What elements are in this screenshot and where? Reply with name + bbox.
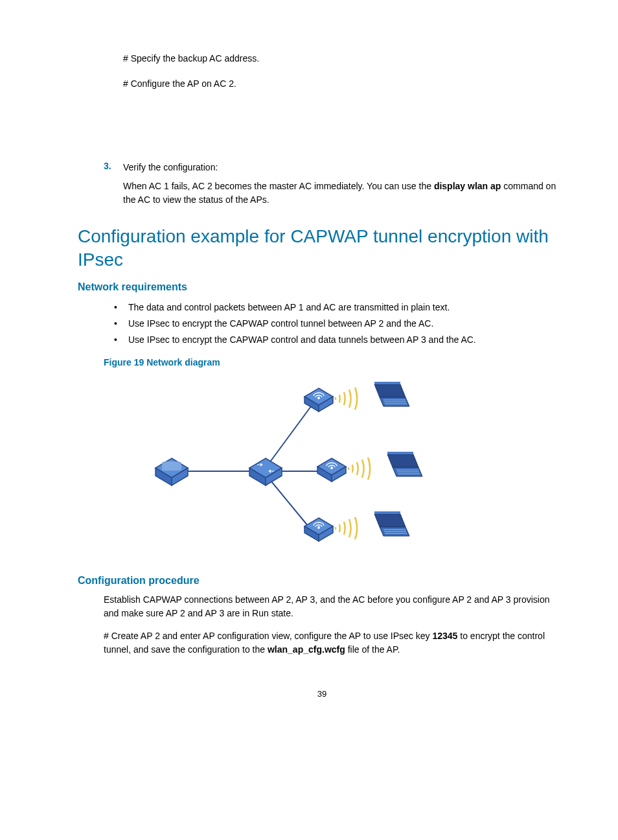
proc-text-c: file of the AP. bbox=[345, 644, 400, 655]
step-3-description: When AC 1 fails, AC 2 becomes the master… bbox=[123, 180, 566, 207]
svg-point-24 bbox=[331, 467, 333, 469]
svg-marker-25 bbox=[387, 454, 418, 467]
procedure-p1: Establish CAPWAP connections between AP … bbox=[104, 593, 566, 620]
svg-rect-18 bbox=[383, 399, 406, 401]
ap2-icon bbox=[317, 458, 346, 482]
laptop-icon bbox=[387, 452, 422, 476]
display-wlan-ap-cmd: display wlan ap bbox=[434, 181, 501, 191]
backup-ac-line: # Specify the backup AC address. bbox=[123, 52, 566, 65]
wifi-signal-icon bbox=[336, 388, 357, 410]
list-item: Use IPsec to encrypt the CAPWAP control … bbox=[110, 332, 566, 348]
svg-rect-40 bbox=[385, 533, 407, 534]
list-item: The data and control packets between AP … bbox=[110, 299, 566, 316]
page-number: 39 bbox=[78, 689, 566, 699]
ipsec-key: 12345 bbox=[432, 631, 457, 641]
svg-line-1 bbox=[266, 406, 311, 468]
configuration-procedure-heading: Configuration procedure bbox=[78, 575, 566, 587]
figure-caption: Figure 19 Network diagram bbox=[104, 357, 566, 368]
svg-rect-20 bbox=[385, 403, 407, 404]
svg-point-14 bbox=[318, 397, 320, 399]
svg-rect-30 bbox=[398, 473, 420, 474]
ap1-icon bbox=[304, 388, 333, 412]
ac-icon bbox=[155, 458, 188, 485]
wcfg-file: wlan_ap_cfg.wcfg bbox=[268, 644, 345, 655]
network-diagram bbox=[117, 374, 566, 555]
laptop-icon bbox=[374, 382, 409, 406]
network-diagram-svg bbox=[117, 374, 441, 555]
svg-rect-39 bbox=[384, 531, 406, 532]
svg-marker-26 bbox=[387, 452, 413, 454]
laptop-icon bbox=[374, 511, 409, 536]
ap3-icon bbox=[304, 518, 333, 541]
wifi-signal-icon bbox=[336, 517, 357, 539]
switch-icon bbox=[249, 458, 282, 485]
step-3-row: 3. Verify the configuration: bbox=[104, 161, 566, 174]
svg-rect-19 bbox=[384, 401, 406, 402]
step-text-a: When AC 1 fails, AC 2 becomes the master… bbox=[123, 181, 434, 191]
svg-rect-28 bbox=[396, 469, 418, 471]
configure-ap-line: # Configure the AP on AC 2. bbox=[123, 77, 566, 91]
svg-rect-29 bbox=[397, 471, 419, 472]
step-title: Verify the configuration: bbox=[123, 161, 218, 174]
svg-rect-38 bbox=[383, 529, 406, 530]
svg-marker-16 bbox=[374, 382, 400, 384]
svg-rect-7 bbox=[162, 461, 181, 471]
svg-line-3 bbox=[266, 474, 311, 530]
proc-text-a: # Create AP 2 and enter AP configuration… bbox=[104, 631, 432, 641]
svg-marker-35 bbox=[374, 514, 406, 527]
procedure-p2: # Create AP 2 and enter AP configuration… bbox=[104, 629, 566, 657]
svg-marker-36 bbox=[374, 511, 400, 514]
section-heading: Configuration example for CAPWAP tunnel … bbox=[78, 225, 566, 272]
network-requirements-heading: Network requirements bbox=[78, 281, 566, 293]
requirements-list: The data and control packets between AP … bbox=[110, 299, 566, 349]
svg-point-34 bbox=[318, 527, 320, 529]
wifi-signal-icon bbox=[349, 458, 370, 480]
step-number: 3. bbox=[104, 161, 123, 174]
list-item: Use IPsec to encrypt the CAPWAP control … bbox=[110, 316, 566, 332]
svg-marker-15 bbox=[374, 384, 406, 397]
